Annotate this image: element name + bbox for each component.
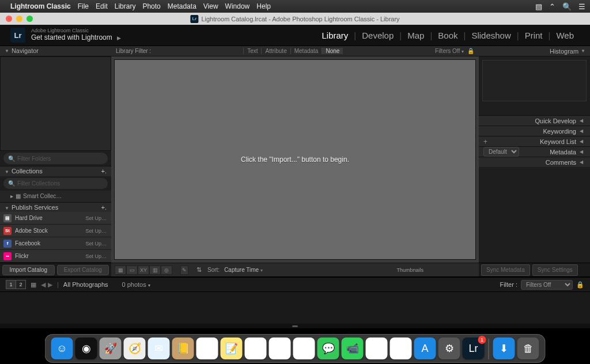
dock-calendar-icon[interactable]: 8: [196, 338, 218, 359]
dock-launchpad-icon[interactable]: 🚀: [100, 338, 122, 359]
publish-setup-link[interactable]: Set Up…: [85, 215, 107, 221]
publish-service-flickr[interactable]: ••FlickrSet Up…: [0, 250, 111, 263]
get-started-link[interactable]: Get started with Lightroom: [31, 33, 112, 41]
dock-lightroom-icon[interactable]: Lr1: [463, 338, 485, 359]
module-library[interactable]: Library: [316, 31, 354, 40]
filter-folders-input[interactable]: 🔍Filter Folders: [3, 153, 108, 164]
metadata-preset-select[interactable]: Default: [483, 147, 519, 157]
first-window-button[interactable]: 1: [6, 280, 16, 289]
nav-back-button[interactable]: ◀: [41, 281, 46, 289]
publish-setup-link[interactable]: Set Up…: [85, 253, 107, 259]
source-label[interactable]: All Photographs: [63, 281, 108, 288]
menu-file[interactable]: File: [78, 2, 89, 10]
control-center-icon[interactable]: ☰: [578, 2, 585, 11]
publish-service-adobe-stock[interactable]: StAdobe StockSet Up…: [0, 225, 111, 237]
publish-service-hard-drive[interactable]: ▤Hard DriveSet Up…: [0, 212, 111, 225]
comments-panel-header[interactable]: Comments◀: [479, 157, 590, 167]
publish-icon: ••: [3, 252, 12, 260]
publish-service-facebook[interactable]: fFacebookSet Up…: [0, 237, 111, 250]
smart-collections-item[interactable]: ▸▦Smart Collec…: [0, 191, 111, 202]
dock-settings-icon[interactable]: ⚙: [438, 338, 460, 359]
spotlight-icon[interactable]: 🔍: [562, 2, 572, 11]
dock-downloads-icon[interactable]: ⬇: [493, 338, 515, 359]
dock-photos-icon[interactable]: ❀: [293, 338, 315, 359]
keyword-list-panel-header[interactable]: +Keyword List◀: [479, 136, 590, 146]
dock-trash-icon[interactable]: 🗑: [517, 338, 539, 359]
compare-view-button[interactable]: XY: [138, 266, 149, 275]
dock-notes-icon[interactable]: 📝: [221, 338, 243, 359]
dock-reminders-icon[interactable]: ☑: [245, 338, 267, 359]
dock-siri-icon[interactable]: ◉: [75, 338, 97, 359]
menu-view[interactable]: View: [203, 2, 218, 10]
import-catalog-button[interactable]: Import Catalog: [2, 265, 55, 275]
empty-library-message: Click the "Import..." button to begin.: [241, 156, 349, 164]
filter-option-attribute[interactable]: Attribute: [261, 48, 290, 54]
menu-metadata[interactable]: Metadata: [168, 2, 196, 10]
filter-option-metadata[interactable]: Metadata: [290, 48, 322, 54]
library-grid-canvas[interactable]: Click the "Import..." button to begin.: [114, 59, 476, 260]
sort-direction-button[interactable]: ⇅: [196, 266, 202, 274]
module-develop[interactable]: Develop: [356, 31, 399, 40]
dock-messages-icon[interactable]: 💬: [317, 338, 339, 359]
filters-off-toggle[interactable]: Filters Off ▾: [435, 48, 467, 54]
filter-preset-select[interactable]: Filters Off: [521, 280, 573, 290]
dock-news-icon[interactable]: N: [366, 338, 388, 359]
publish-services-panel-header[interactable]: ▼Publish Services+.: [0, 202, 111, 213]
sort-dropdown[interactable]: Capture Time ▾: [224, 267, 263, 273]
filmstrip-grip[interactable]: [0, 324, 590, 328]
menubar-status-icon[interactable]: ▧: [535, 2, 542, 11]
filter-collections-input[interactable]: 🔍Filter Collections: [3, 178, 108, 189]
metadata-panel-header[interactable]: Default Metadata◀: [479, 146, 590, 157]
module-web[interactable]: Web: [550, 31, 580, 40]
dock-contacts-icon[interactable]: 📒: [172, 338, 194, 359]
module-book[interactable]: Book: [432, 31, 463, 40]
collections-panel-header[interactable]: ▼Collections+.: [0, 166, 111, 176]
menu-library[interactable]: Library: [115, 2, 136, 10]
dock-music-icon[interactable]: ♪: [390, 338, 412, 359]
publish-setup-link[interactable]: Set Up…: [85, 228, 107, 234]
zoom-window-button[interactable]: [27, 16, 33, 22]
module-map[interactable]: Map: [402, 31, 430, 40]
app-name[interactable]: Lightroom Classic: [10, 2, 71, 10]
add-publish-service-button[interactable]: +.: [101, 204, 107, 211]
wifi-icon[interactable]: ⌃: [549, 2, 555, 11]
publish-setup-link[interactable]: Set Up…: [85, 241, 107, 247]
lock-icon[interactable]: 🔒: [467, 48, 474, 54]
grid-view-button[interactable]: ▦: [115, 266, 126, 275]
menu-help[interactable]: Help: [256, 2, 271, 10]
sync-settings-button[interactable]: Sync Settings: [532, 264, 578, 276]
grid-icon[interactable]: ▦: [31, 281, 36, 289]
close-window-button[interactable]: [6, 16, 12, 22]
menu-photo[interactable]: Photo: [142, 2, 160, 10]
filter-option-text[interactable]: Text: [243, 48, 261, 54]
dock-mail-icon[interactable]: ✉: [148, 338, 170, 359]
filter-option-none[interactable]: None: [322, 48, 343, 54]
minimize-window-button[interactable]: [16, 16, 22, 22]
module-print[interactable]: Print: [519, 31, 549, 40]
quick-develop-panel-header[interactable]: Quick Develop◀: [479, 115, 590, 126]
filmstrip[interactable]: [0, 291, 590, 324]
module-slideshow[interactable]: Slideshow: [466, 31, 516, 40]
survey-view-button[interactable]: ▥: [149, 266, 161, 275]
menu-window[interactable]: Window: [225, 2, 250, 10]
loupe-view-button[interactable]: ▭: [126, 266, 138, 275]
keywording-panel-header[interactable]: Keywording◀: [479, 126, 590, 136]
nav-forward-button[interactable]: ▶: [48, 281, 52, 289]
sync-metadata-button[interactable]: Sync Metadata: [481, 264, 530, 276]
dock-maps-icon[interactable]: 🗺: [269, 338, 291, 359]
second-window-button[interactable]: 2: [16, 280, 26, 289]
menu-edit[interactable]: Edit: [96, 2, 108, 10]
dock-appstore-icon[interactable]: A: [414, 338, 436, 359]
people-view-button[interactable]: ◎: [161, 266, 172, 275]
painter-tool-button[interactable]: ✎: [180, 266, 188, 275]
dock-facetime-icon[interactable]: 📹: [342, 338, 364, 359]
photo-count[interactable]: 0 photos ▾: [122, 281, 150, 288]
histogram-panel-header[interactable]: Histogram▼: [479, 46, 590, 56]
add-collection-button[interactable]: +.: [101, 168, 107, 175]
export-catalog-button[interactable]: Export Catalog: [57, 265, 109, 275]
dock-safari-icon[interactable]: 🧭: [124, 338, 146, 359]
filter-lock-icon[interactable]: 🔒: [576, 281, 584, 289]
right-panel: Histogram▼ Quick Develop◀ Keywording◀ +K…: [479, 46, 590, 276]
navigator-panel-header[interactable]: ▼Navigator: [0, 46, 111, 56]
dock-finder-icon[interactable]: ☺: [51, 338, 73, 359]
